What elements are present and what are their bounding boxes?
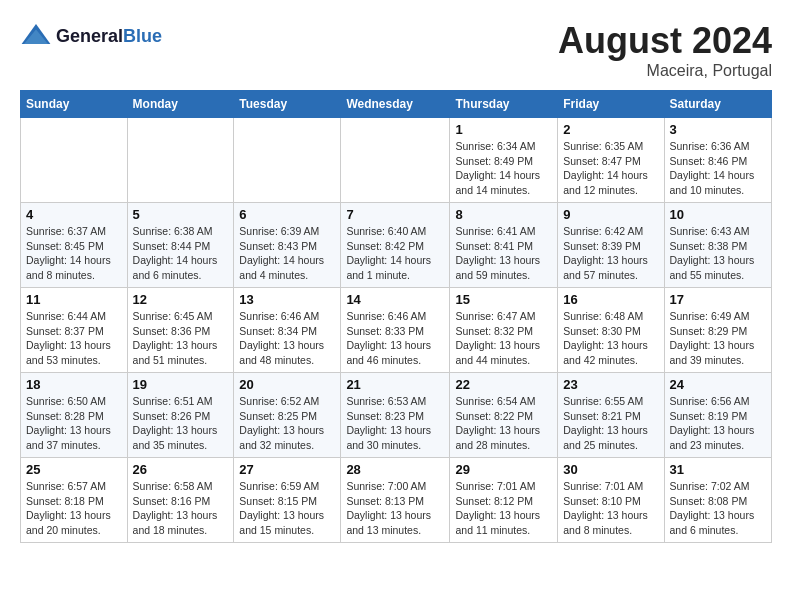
day-number: 20 xyxy=(239,377,335,392)
day-number: 17 xyxy=(670,292,767,307)
day-info: Sunrise: 6:53 AM Sunset: 8:23 PM Dayligh… xyxy=(346,394,444,453)
weekday-header-row: SundayMondayTuesdayWednesdayThursdayFrid… xyxy=(21,91,772,118)
weekday-header-wednesday: Wednesday xyxy=(341,91,450,118)
day-info: Sunrise: 6:46 AM Sunset: 8:34 PM Dayligh… xyxy=(239,309,335,368)
day-info: Sunrise: 6:39 AM Sunset: 8:43 PM Dayligh… xyxy=(239,224,335,283)
calendar-cell: 8Sunrise: 6:41 AM Sunset: 8:41 PM Daylig… xyxy=(450,203,558,288)
day-number: 22 xyxy=(455,377,552,392)
calendar-cell: 13Sunrise: 6:46 AM Sunset: 8:34 PM Dayli… xyxy=(234,288,341,373)
day-number: 25 xyxy=(26,462,122,477)
calendar-cell: 2Sunrise: 6:35 AM Sunset: 8:47 PM Daylig… xyxy=(558,118,664,203)
calendar-cell: 21Sunrise: 6:53 AM Sunset: 8:23 PM Dayli… xyxy=(341,373,450,458)
day-number: 16 xyxy=(563,292,658,307)
calendar-cell xyxy=(127,118,234,203)
day-info: Sunrise: 6:49 AM Sunset: 8:29 PM Dayligh… xyxy=(670,309,767,368)
calendar-week-1: 1Sunrise: 6:34 AM Sunset: 8:49 PM Daylig… xyxy=(21,118,772,203)
day-info: Sunrise: 6:43 AM Sunset: 8:38 PM Dayligh… xyxy=(670,224,767,283)
day-number: 12 xyxy=(133,292,229,307)
day-info: Sunrise: 6:41 AM Sunset: 8:41 PM Dayligh… xyxy=(455,224,552,283)
calendar-cell: 15Sunrise: 6:47 AM Sunset: 8:32 PM Dayli… xyxy=(450,288,558,373)
day-info: Sunrise: 6:44 AM Sunset: 8:37 PM Dayligh… xyxy=(26,309,122,368)
day-number: 1 xyxy=(455,122,552,137)
calendar-cell: 6Sunrise: 6:39 AM Sunset: 8:43 PM Daylig… xyxy=(234,203,341,288)
day-number: 31 xyxy=(670,462,767,477)
calendar-cell xyxy=(341,118,450,203)
day-info: Sunrise: 6:34 AM Sunset: 8:49 PM Dayligh… xyxy=(455,139,552,198)
day-info: Sunrise: 6:56 AM Sunset: 8:19 PM Dayligh… xyxy=(670,394,767,453)
calendar-cell: 10Sunrise: 6:43 AM Sunset: 8:38 PM Dayli… xyxy=(664,203,772,288)
day-info: Sunrise: 6:46 AM Sunset: 8:33 PM Dayligh… xyxy=(346,309,444,368)
calendar-cell: 14Sunrise: 6:46 AM Sunset: 8:33 PM Dayli… xyxy=(341,288,450,373)
day-number: 5 xyxy=(133,207,229,222)
day-info: Sunrise: 6:57 AM Sunset: 8:18 PM Dayligh… xyxy=(26,479,122,538)
weekday-header-sunday: Sunday xyxy=(21,91,128,118)
calendar-cell: 28Sunrise: 7:00 AM Sunset: 8:13 PM Dayli… xyxy=(341,458,450,543)
calendar-cell: 22Sunrise: 6:54 AM Sunset: 8:22 PM Dayli… xyxy=(450,373,558,458)
day-info: Sunrise: 7:02 AM Sunset: 8:08 PM Dayligh… xyxy=(670,479,767,538)
day-info: Sunrise: 6:40 AM Sunset: 8:42 PM Dayligh… xyxy=(346,224,444,283)
calendar-cell: 18Sunrise: 6:50 AM Sunset: 8:28 PM Dayli… xyxy=(21,373,128,458)
day-info: Sunrise: 7:01 AM Sunset: 8:12 PM Dayligh… xyxy=(455,479,552,538)
title-block: August 2024 Maceira, Portugal xyxy=(558,20,772,80)
day-number: 18 xyxy=(26,377,122,392)
logo-text: GeneralBlue xyxy=(56,26,162,47)
day-number: 23 xyxy=(563,377,658,392)
calendar-cell: 16Sunrise: 6:48 AM Sunset: 8:30 PM Dayli… xyxy=(558,288,664,373)
calendar-cell: 1Sunrise: 6:34 AM Sunset: 8:49 PM Daylig… xyxy=(450,118,558,203)
day-info: Sunrise: 6:42 AM Sunset: 8:39 PM Dayligh… xyxy=(563,224,658,283)
calendar-cell: 29Sunrise: 7:01 AM Sunset: 8:12 PM Dayli… xyxy=(450,458,558,543)
calendar-cell: 12Sunrise: 6:45 AM Sunset: 8:36 PM Dayli… xyxy=(127,288,234,373)
month-year: August 2024 xyxy=(558,20,772,62)
weekday-header-friday: Friday xyxy=(558,91,664,118)
day-number: 15 xyxy=(455,292,552,307)
calendar-cell: 31Sunrise: 7:02 AM Sunset: 8:08 PM Dayli… xyxy=(664,458,772,543)
calendar-cell: 26Sunrise: 6:58 AM Sunset: 8:16 PM Dayli… xyxy=(127,458,234,543)
weekday-header-tuesday: Tuesday xyxy=(234,91,341,118)
day-number: 13 xyxy=(239,292,335,307)
calendar-cell xyxy=(21,118,128,203)
calendar-table: SundayMondayTuesdayWednesdayThursdayFrid… xyxy=(20,90,772,543)
day-number: 6 xyxy=(239,207,335,222)
day-info: Sunrise: 6:35 AM Sunset: 8:47 PM Dayligh… xyxy=(563,139,658,198)
day-number: 29 xyxy=(455,462,552,477)
day-number: 28 xyxy=(346,462,444,477)
day-number: 19 xyxy=(133,377,229,392)
day-info: Sunrise: 6:36 AM Sunset: 8:46 PM Dayligh… xyxy=(670,139,767,198)
day-info: Sunrise: 6:50 AM Sunset: 8:28 PM Dayligh… xyxy=(26,394,122,453)
day-number: 27 xyxy=(239,462,335,477)
day-number: 7 xyxy=(346,207,444,222)
calendar-cell: 7Sunrise: 6:40 AM Sunset: 8:42 PM Daylig… xyxy=(341,203,450,288)
weekday-header-saturday: Saturday xyxy=(664,91,772,118)
calendar-cell: 30Sunrise: 7:01 AM Sunset: 8:10 PM Dayli… xyxy=(558,458,664,543)
day-number: 30 xyxy=(563,462,658,477)
calendar-cell: 20Sunrise: 6:52 AM Sunset: 8:25 PM Dayli… xyxy=(234,373,341,458)
day-number: 24 xyxy=(670,377,767,392)
day-info: Sunrise: 6:55 AM Sunset: 8:21 PM Dayligh… xyxy=(563,394,658,453)
day-number: 2 xyxy=(563,122,658,137)
day-number: 8 xyxy=(455,207,552,222)
calendar-cell: 4Sunrise: 6:37 AM Sunset: 8:45 PM Daylig… xyxy=(21,203,128,288)
day-info: Sunrise: 6:59 AM Sunset: 8:15 PM Dayligh… xyxy=(239,479,335,538)
day-info: Sunrise: 7:00 AM Sunset: 8:13 PM Dayligh… xyxy=(346,479,444,538)
calendar-week-4: 18Sunrise: 6:50 AM Sunset: 8:28 PM Dayli… xyxy=(21,373,772,458)
day-info: Sunrise: 6:52 AM Sunset: 8:25 PM Dayligh… xyxy=(239,394,335,453)
calendar-cell: 27Sunrise: 6:59 AM Sunset: 8:15 PM Dayli… xyxy=(234,458,341,543)
day-info: Sunrise: 6:54 AM Sunset: 8:22 PM Dayligh… xyxy=(455,394,552,453)
day-number: 21 xyxy=(346,377,444,392)
logo-icon xyxy=(20,20,52,52)
calendar-body: 1Sunrise: 6:34 AM Sunset: 8:49 PM Daylig… xyxy=(21,118,772,543)
logo: GeneralBlue xyxy=(20,20,162,52)
day-number: 10 xyxy=(670,207,767,222)
day-number: 26 xyxy=(133,462,229,477)
calendar-cell: 23Sunrise: 6:55 AM Sunset: 8:21 PM Dayli… xyxy=(558,373,664,458)
weekday-header-thursday: Thursday xyxy=(450,91,558,118)
page-header: GeneralBlue August 2024 Maceira, Portuga… xyxy=(20,20,772,80)
day-number: 14 xyxy=(346,292,444,307)
calendar-cell: 24Sunrise: 6:56 AM Sunset: 8:19 PM Dayli… xyxy=(664,373,772,458)
day-info: Sunrise: 6:48 AM Sunset: 8:30 PM Dayligh… xyxy=(563,309,658,368)
day-number: 4 xyxy=(26,207,122,222)
calendar-cell: 19Sunrise: 6:51 AM Sunset: 8:26 PM Dayli… xyxy=(127,373,234,458)
calendar-week-3: 11Sunrise: 6:44 AM Sunset: 8:37 PM Dayli… xyxy=(21,288,772,373)
day-number: 11 xyxy=(26,292,122,307)
calendar-cell: 5Sunrise: 6:38 AM Sunset: 8:44 PM Daylig… xyxy=(127,203,234,288)
